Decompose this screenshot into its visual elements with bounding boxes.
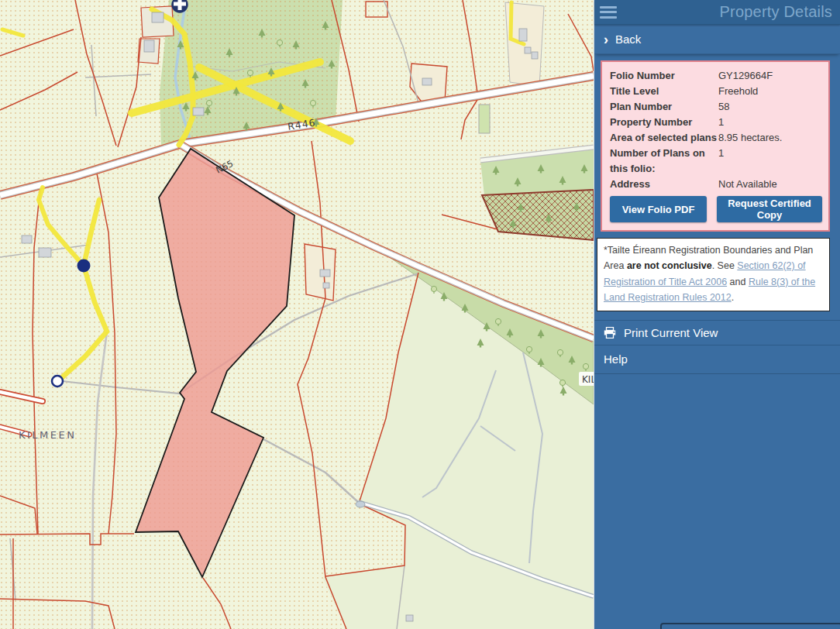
row-label: Title Level	[610, 84, 718, 99]
boundaries-disclaimer: *Tailte Éireann Registration Boundaries …	[597, 238, 830, 311]
disclaimer-bold: are not conclusive	[627, 260, 712, 271]
hamburger-menu-icon[interactable]	[600, 6, 617, 19]
church-icon	[172, 0, 188, 12]
chevron-right-icon: ›	[604, 33, 608, 46]
property-row-plan-count: Number of Plans on this folio: 1	[610, 146, 822, 177]
view-folio-pdf-button[interactable]: View Folio PDF	[610, 196, 707, 222]
row-value: 58	[718, 99, 822, 115]
row-label: Folio Number	[610, 68, 718, 84]
townland-label-partial: KIL	[582, 374, 594, 385]
property-row-area: Area of selected plans 8.95 hectares.	[610, 130, 822, 146]
print-current-view-button[interactable]: Print Current View	[594, 320, 840, 345]
print-label: Print Current View	[624, 326, 718, 339]
disclaimer-mid: . See	[712, 260, 738, 271]
collapsed-bottom-panel[interactable]	[660, 623, 840, 629]
property-row-plan-number: Plan Number 58	[610, 99, 822, 115]
panel-buttons: View Folio PDF Request Certified Copy	[610, 196, 822, 222]
row-value: 8.95 hectares.	[718, 130, 822, 146]
row-label: Number of Plans on this folio:	[610, 146, 718, 177]
townland-label-kilmeen: KILMEEN	[19, 429, 76, 441]
row-label: Plan Number	[610, 99, 718, 115]
property-row-address: Address Not Available	[610, 177, 822, 192]
row-value: Not Available	[718, 177, 822, 192]
app-window: R446 N65 KILMEEN KIL Property Details › …	[0, 0, 840, 629]
disclaimer-and: and	[727, 277, 749, 287]
map-point-marker-filled	[77, 260, 91, 273]
back-label: Back	[615, 33, 641, 46]
sidebar-header: Property Details	[594, 0, 840, 25]
row-label: Area of selected plans	[610, 130, 718, 146]
page-title: Property Details	[617, 3, 840, 21]
printer-icon	[604, 327, 616, 339]
row-value: 1	[718, 146, 822, 177]
property-row-folio: Folio Number GY129664F	[610, 68, 822, 84]
disclaimer-suffix: .	[732, 292, 734, 303]
property-info-panel: Folio Number GY129664F Title Level Freeh…	[601, 60, 830, 232]
property-row-title-level: Title Level Freehold	[610, 84, 822, 99]
property-row-property-number: Property Number 1	[610, 115, 822, 130]
row-label: Property Number	[610, 115, 718, 130]
map-canvas[interactable]: R446 N65 KILMEEN KIL	[0, 0, 594, 629]
request-certified-copy-button[interactable]: Request Certified Copy	[717, 196, 822, 222]
row-label: Address	[610, 177, 718, 192]
back-button[interactable]: › Back	[594, 25, 840, 54]
row-value: GY129664F	[718, 68, 822, 84]
map-point-marker-open	[52, 376, 63, 387]
row-value: 1	[718, 115, 822, 130]
row-value: Freehold	[718, 84, 822, 99]
property-details-sidebar: Property Details › Back Folio Number GY1…	[594, 0, 840, 629]
help-button[interactable]: Help	[594, 345, 840, 374]
